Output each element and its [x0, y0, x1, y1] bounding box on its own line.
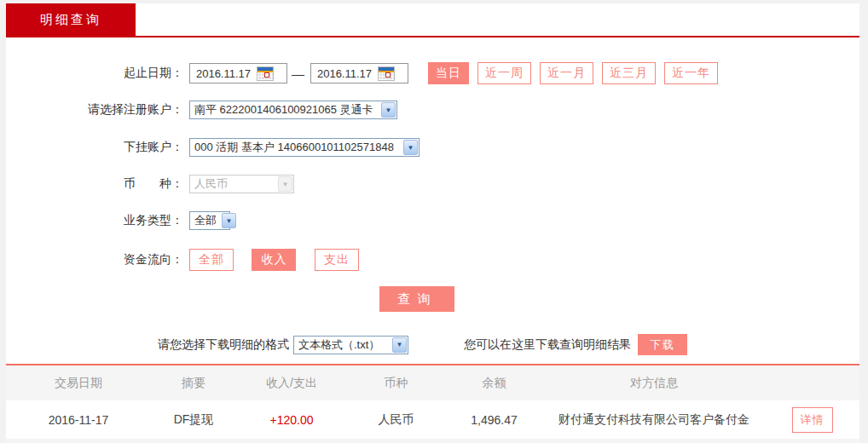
cell-counterparty: 财付通支付科技有限公司客户备付金 — [543, 412, 765, 428]
cell-action: 详情 — [765, 407, 859, 433]
fund-flow-options: 全部 收入 支出 — [189, 249, 373, 271]
business-type-value: 全部 — [190, 212, 221, 229]
end-date-field[interactable] — [310, 63, 408, 83]
cell-summary: DF提现 — [151, 412, 236, 428]
page: 明细查询 起止日期： — 当日 近一周 近一月 近三月 近一年 — [0, 0, 868, 443]
cell-date: 2016-11-17 — [6, 413, 151, 427]
start-date-input[interactable] — [190, 67, 257, 80]
download-hint: 您可以在这里下载查询明细结果 — [464, 337, 631, 353]
sub-account-label: 下挂账户： — [6, 140, 183, 155]
header-amount: 收入/支出 — [236, 376, 347, 391]
range-quarter-button[interactable]: 近三月 — [602, 62, 656, 84]
register-account-select[interactable]: 南平 6222001406100921065 灵通卡 ▼ — [189, 101, 397, 119]
query-button[interactable]: 查询 — [379, 286, 454, 312]
range-today-button[interactable]: 当日 — [428, 62, 469, 84]
detail-button[interactable]: 详情 — [792, 407, 833, 433]
content-panel: 明细查询 起止日期： — 当日 近一周 近一月 近三月 近一年 — [6, 3, 859, 443]
query-form: 起止日期： — 当日 近一周 近一月 近三月 近一年 请选择注册账户： — [6, 37, 859, 355]
form-row-sub-account: 下挂账户： 000 活期 基本户 1406600101102571848 ▼ — [6, 138, 859, 157]
download-row: 请您选择下载明细的格式 文本格式（.txt） ▼ 您可以在这里下载查询明细结果 … — [6, 334, 859, 355]
calendar-icon[interactable] — [378, 66, 395, 81]
register-account-value: 南平 6222001406100921065 灵通卡 — [190, 101, 380, 118]
chevron-down-icon[interactable]: ▼ — [392, 337, 407, 353]
chevron-down-icon: ▼ — [278, 176, 292, 192]
fund-flow-label: 资金流向： — [6, 252, 183, 268]
results-table: 交易日期 摘要 收入/支出 币种 余额 对方信息 2016-11-17 DF提现… — [6, 364, 859, 443]
form-row-business-type: 业务类型： 全部 ▼ — [6, 211, 859, 230]
cell-currency: 人民币 — [347, 412, 445, 428]
cell-amount: +120.00 — [236, 413, 347, 427]
flow-expense-button[interactable]: 支出 — [315, 249, 359, 271]
form-row-dates: 起止日期： — 当日 近一周 近一月 近三月 近一年 — [6, 62, 859, 84]
query-row: 查询 — [6, 286, 859, 312]
form-row-currency: 币 种： 人民币 ▼ — [6, 175, 859, 193]
business-type-select[interactable]: 全部 ▼ — [189, 211, 230, 230]
sub-account-select[interactable]: 000 活期 基本户 1406600101102571848 ▼ — [189, 138, 420, 157]
currency-value: 人民币 — [190, 175, 277, 193]
tab-bar: 明细查询 — [6, 3, 859, 37]
chevron-down-icon[interactable]: ▼ — [222, 213, 236, 228]
header-currency: 币种 — [347, 376, 445, 391]
header-counterparty: 对方信息 — [543, 376, 765, 391]
range-month-button[interactable]: 近一月 — [540, 62, 593, 84]
chevron-down-icon[interactable]: ▼ — [381, 102, 396, 118]
form-row-register-account: 请选择注册账户： 南平 6222001406100921065 灵通卡 ▼ — [6, 101, 859, 119]
calendar-icon[interactable] — [257, 66, 274, 81]
download-format-value: 文本格式（.txt） — [294, 337, 391, 354]
header-summary: 摘要 — [151, 376, 236, 391]
cell-balance: 1,496.47 — [445, 413, 543, 427]
header-balance: 余额 — [445, 376, 543, 391]
start-date-field[interactable] — [189, 63, 287, 83]
tab-detail-query[interactable]: 明细查询 — [6, 3, 136, 36]
business-type-label: 业务类型： — [6, 213, 183, 228]
range-year-button[interactable]: 近一年 — [664, 62, 718, 84]
table-header-row: 交易日期 摘要 收入/支出 币种 余额 对方信息 — [6, 365, 859, 400]
header-date: 交易日期 — [6, 376, 151, 391]
flow-income-button[interactable]: 收入 — [252, 249, 296, 271]
download-format-label: 请您选择下载明细的格式 — [158, 337, 289, 353]
date-range-label: 起止日期： — [6, 66, 183, 81]
range-week-button[interactable]: 近一周 — [477, 62, 531, 84]
currency-select: 人民币 ▼ — [189, 175, 294, 193]
register-account-label: 请选择注册账户： — [6, 102, 183, 118]
flow-all-button[interactable]: 全部 — [189, 249, 234, 271]
currency-label: 币 种： — [6, 176, 183, 192]
table-row: 2016-11-17 DF提现 +120.00 人民币 1,496.47 财付通… — [6, 400, 859, 439]
download-format-select[interactable]: 文本格式（.txt） ▼ — [293, 336, 408, 354]
table-row-partial: 详情 — [6, 439, 859, 443]
chevron-down-icon[interactable]: ▼ — [403, 140, 418, 155]
date-separator: — — [292, 66, 304, 81]
sub-account-value: 000 活期 基本户 1406600101102571848 — [190, 139, 402, 156]
download-button[interactable]: 下载 — [638, 334, 687, 355]
end-date-input[interactable] — [311, 67, 378, 80]
form-row-fund-flow: 资金流向： 全部 收入 支出 — [6, 249, 859, 271]
